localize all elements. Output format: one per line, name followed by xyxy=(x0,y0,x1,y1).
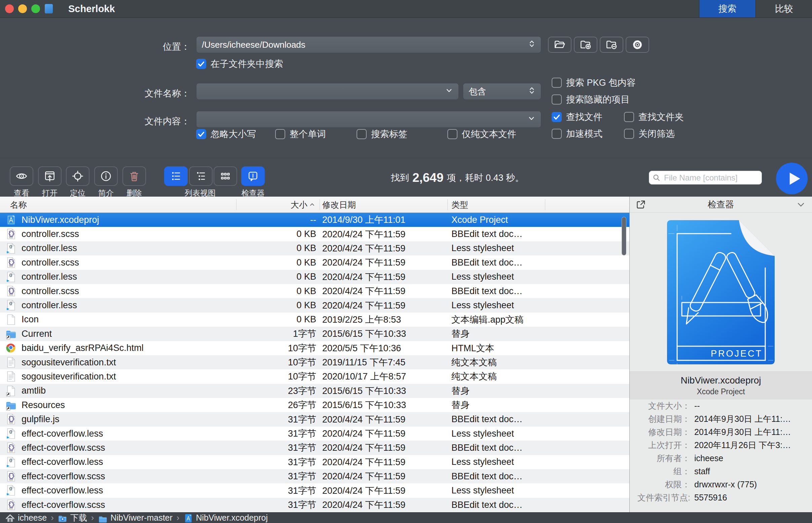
quick-look-button[interactable] xyxy=(10,166,33,186)
breadcrumb-item[interactable]: 下载 xyxy=(58,512,87,523)
checkbox-checked[interactable] xyxy=(196,59,206,69)
external-link-icon[interactable] xyxy=(635,199,646,211)
table-row[interactable]: {}controller.less0 KB2020/4/24 下午11:59Le… xyxy=(0,298,629,312)
view-mode-grid-button[interactable] xyxy=(213,166,237,186)
match-mode-popup[interactable]: 包含 xyxy=(463,83,541,100)
location-settings-button[interactable] xyxy=(626,37,649,53)
checkbox[interactable] xyxy=(552,94,562,105)
checkbox-checked[interactable] xyxy=(552,112,562,122)
file-content-combo[interactable] xyxy=(196,111,541,128)
checkbox-find-files[interactable]: 查找文件 xyxy=(552,111,602,123)
add-location-button[interactable] xyxy=(574,37,598,53)
checkbox[interactable] xyxy=(552,129,562,139)
detail-label: 创建日期： xyxy=(630,413,690,425)
table-row[interactable]: TXTeffect-coverflow.scss31字节2020/4/24 下午… xyxy=(0,441,629,455)
table-row[interactable]: TXTcontroller.scss0 KB2020/4/24 下午11:59B… xyxy=(0,227,629,241)
checkbox-search-subfolders[interactable]: 在子文件夹中搜索 xyxy=(196,58,283,70)
checkbox-ignore-case[interactable]: 忽略大小写 xyxy=(196,128,256,140)
table-row[interactable]: Resources26字节2015/6/15 下午10:33替身 xyxy=(0,398,629,412)
table-row[interactable]: sogousiteverification.txt10字节2019/11/15 … xyxy=(0,355,629,369)
chevron-down-icon[interactable] xyxy=(796,200,806,210)
file-date-cell: 2020/4/24 下午11:59 xyxy=(322,284,443,298)
table-row[interactable]: TXTcontroller.scss0 KB2020/4/24 下午11:59B… xyxy=(0,255,629,270)
inspector-detail-row: 所有者：icheese xyxy=(630,452,812,465)
checkbox-checked[interactable] xyxy=(196,129,206,139)
close-window-button[interactable] xyxy=(5,4,14,13)
file-type-cell: Less stylesheet xyxy=(451,483,542,498)
checkbox-search-pkg[interactable]: 搜索 PKG 包内容 xyxy=(552,77,636,89)
table-row[interactable]: TXTcontroller.scss0 KB2020/4/24 下午11:59B… xyxy=(0,284,629,298)
view-mode-list-button[interactable] xyxy=(164,166,188,186)
zoom-window-button[interactable] xyxy=(31,4,40,13)
tab-search[interactable]: 搜索 xyxy=(699,0,756,17)
tab-compare[interactable]: 比较 xyxy=(756,0,812,17)
file-name-cell: baidu_verify_asrRPAi4Sc.html xyxy=(21,341,234,355)
breadcrumb-item[interactable]: NibViwer-master xyxy=(98,513,173,523)
checkbox-plain-text-only[interactable]: 仅纯文本文件 xyxy=(447,128,516,140)
table-scrollbar[interactable] xyxy=(622,217,626,255)
checkbox-disable-filter[interactable]: 关闭筛选 xyxy=(624,128,675,140)
detail-label: 组： xyxy=(630,466,690,477)
table-row[interactable]: {}controller.less0 KB2020/4/24 下午11:59Le… xyxy=(0,270,629,284)
column-header-name[interactable]: 名称 xyxy=(10,197,27,213)
breadcrumb-item[interactable]: icheese xyxy=(5,513,47,523)
file-size-cell: 26字节 xyxy=(236,398,316,412)
table-row[interactable]: TXTeffect-coverflow.scss31字节2020/4/24 下午… xyxy=(0,498,629,512)
svg-text:PROJECT: PROJECT xyxy=(711,348,763,359)
checkbox[interactable] xyxy=(357,129,367,139)
table-row[interactable]: amtlib23字节2015/6/15 下午10:33替身 xyxy=(0,384,629,398)
checkbox[interactable] xyxy=(275,129,285,139)
checkbox[interactable] xyxy=(447,129,457,139)
minimize-window-button[interactable] xyxy=(18,4,27,13)
table-row[interactable]: Current1字节2015/6/15 下午10:33替身 xyxy=(0,327,629,341)
inspector-detail-row: 创建日期：2014年9月30日 上午11:… xyxy=(630,412,812,426)
file-size-cell: 0 KB xyxy=(236,284,316,298)
table-row[interactable]: TXTgulpfile.js31字节2020/4/24 下午11:59BBEdi… xyxy=(0,412,629,426)
column-header-type[interactable]: 类型 xyxy=(451,197,468,213)
svg-text:TXT: TXT xyxy=(9,237,13,239)
table-row[interactable]: baidu_verify_asrRPAi4Sc.html10字节2020/5/5… xyxy=(0,341,629,355)
title-bar: Scherlokk 搜索 比较 xyxy=(0,0,812,18)
view-mode-tree-button[interactable] xyxy=(189,166,212,186)
checkbox-find-folders[interactable]: 查找文件夹 xyxy=(624,111,684,123)
file-size-cell: 10字节 xyxy=(236,369,316,383)
file-type-cell: BBEdit text doc… xyxy=(451,255,542,270)
location-popup[interactable]: /Users/icheese/Downloads xyxy=(196,36,541,53)
delete-button[interactable] xyxy=(122,166,146,186)
filter-input[interactable] xyxy=(663,173,758,183)
reveal-button[interactable] xyxy=(66,166,89,186)
file-name-combo[interactable] xyxy=(196,83,459,100)
svg-text:{}: {} xyxy=(10,245,12,248)
table-row[interactable]: {}effect-coverflow.less31字节2020/4/24 下午1… xyxy=(0,427,629,441)
table-row[interactable]: Icon0 KB2019/2/25 上午8:53文本编辑.app文稿 xyxy=(0,312,629,327)
checkbox-search-hidden[interactable]: 搜索隐藏的项目 xyxy=(552,93,630,106)
open-button[interactable] xyxy=(38,166,62,186)
inspector-file-name: NibViwer.xcodeproj xyxy=(630,375,812,386)
checkbox[interactable] xyxy=(552,78,562,88)
file-date-cell: 2020/4/24 下午11:59 xyxy=(322,441,443,455)
breadcrumb-item[interactable]: NibViwer.xcodeproj xyxy=(184,513,268,523)
get-info-button[interactable] xyxy=(94,166,118,186)
breadcrumb-label: NibViwer.xcodeproj xyxy=(196,513,268,523)
column-header-size[interactable]: 大小 xyxy=(236,197,315,213)
table-row[interactable]: sogousiteverification.txt10字节2020/10/17 … xyxy=(0,369,629,383)
start-search-button[interactable] xyxy=(776,163,808,194)
checkbox-search-tags[interactable]: 搜索标签 xyxy=(357,128,407,140)
table-row[interactable]: {}effect-coverflow.less31字节2020/4/24 下午1… xyxy=(0,455,629,469)
mode-tabs: 搜索 比较 xyxy=(699,0,812,17)
checkbox[interactable] xyxy=(624,129,634,139)
checkbox-whole-word[interactable]: 整个单词 xyxy=(275,128,326,140)
column-header-date[interactable]: 修改日期 xyxy=(322,197,356,213)
open-location-button[interactable] xyxy=(548,37,571,53)
inspector-toggle-button[interactable] xyxy=(241,166,265,186)
remove-location-button[interactable] xyxy=(600,37,623,53)
file-name-cell: sogousiteverification.txt xyxy=(21,369,234,383)
checkbox-turbo-mode[interactable]: 加速模式 xyxy=(552,128,602,140)
table-row[interactable]: {}effect-coverflow.less31字节2020/4/24 下午1… xyxy=(0,483,629,498)
table-row[interactable]: NibViwer.xcodeproj--2014/9/30 上午11:01Xco… xyxy=(0,213,629,227)
checkbox[interactable] xyxy=(624,112,634,122)
table-row[interactable]: TXTeffect-coverflow.scss31字节2020/4/24 下午… xyxy=(0,469,629,483)
folder-alias-icon xyxy=(5,399,17,411)
table-row[interactable]: {}controller.less0 KB2020/4/24 下午11:59Le… xyxy=(0,241,629,255)
inspector-details: 文件大小：--创建日期：2014年9月30日 上午11:…修改日期：2014年9… xyxy=(630,399,812,504)
